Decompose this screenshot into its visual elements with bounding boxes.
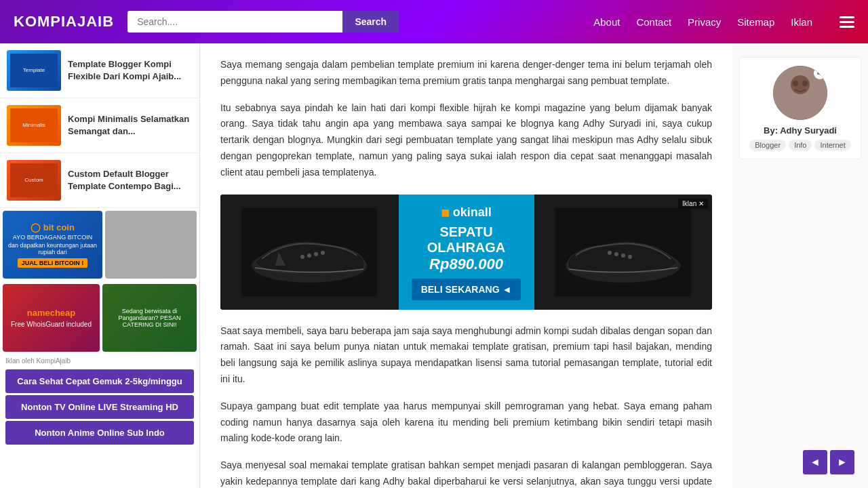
ad-banner-right (534, 195, 713, 310)
sidebar-article-img-2: Minimalis (7, 105, 61, 146)
next-arrow[interactable]: ► (830, 450, 854, 474)
sidebar-article-2[interactable]: Minimalis Kompi Minimalis Selamatkan Sem… (0, 98, 199, 153)
ad-cta-button[interactable]: BELI SEKARANG ◄ (412, 279, 521, 300)
nav-sitemap[interactable]: Sitemap (737, 16, 774, 28)
tag-internet[interactable]: Internet (814, 140, 850, 150)
sidebar-article-3[interactable]: Custom Custom Default Blogger Template C… (0, 153, 199, 208)
bitcoin-logo: ◯ bit coin (31, 222, 75, 232)
sidebar: Template Template Blogger Kompi Flexible… (0, 43, 200, 488)
ad-rumah-text: Sedang berwisata di Pangandaran? PESAN C… (105, 308, 194, 328)
author-by: By: (764, 125, 778, 136)
article-para-4: Supaya gampang buat edit template yaa ha… (220, 399, 712, 447)
okinall-logo: ■ okinall (441, 204, 491, 222)
svg-point-17 (608, 251, 612, 255)
article-para-2: Itu sebabnya saya pindah ke lain hati da… (220, 100, 712, 181)
page-wrapper: Template Template Blogger Kompi Flexible… (0, 43, 868, 488)
svg-point-8 (300, 255, 304, 259)
bitcoin-sub: dan dapatkan keuntungan jutaan rupiah da… (7, 242, 98, 256)
search-button[interactable]: Search (342, 11, 399, 33)
author-avatar: ✏ (773, 66, 827, 120)
namecheap-tagline: Free WhoisGuard included (11, 321, 92, 328)
svg-point-10 (314, 252, 318, 256)
nav-arrows: ◄ ► (803, 450, 854, 474)
search-bar: Search (127, 11, 399, 33)
author-tags: Blogger Info Internet (748, 140, 852, 150)
svg-point-16 (614, 252, 618, 256)
nav-privacy[interactable]: Privacy (688, 16, 721, 28)
shoe-right-svg (555, 208, 691, 296)
ad-gray (105, 211, 197, 279)
svg-point-15 (621, 253, 625, 258)
ad-banner-middle: ■ okinall SEPATU OLAHRAGA Rp890.000 BELI… (399, 195, 534, 310)
sidebar-article-title-1: Template Blogger Kompi Flexible Dari Kom… (68, 58, 193, 83)
nav-contact[interactable]: Contact (636, 16, 671, 28)
nav-about[interactable]: About (593, 16, 620, 28)
article-para-1: Saya memang sengaja dalam pembelian temp… (220, 57, 712, 89)
ad-title: SEPATU OLAHRAGA (406, 224, 528, 256)
header: KOMPIAJAIB Search About Contact Privacy … (0, 0, 868, 43)
svg-point-9 (307, 253, 311, 258)
bitcoin-tagline: AYO BERDAGANG BITCOIN (13, 234, 92, 241)
ad-bitcoin[interactable]: ◯ bit coin AYO BERDAGANG BITCOIN dan dap… (3, 211, 102, 279)
svg-point-20 (793, 81, 798, 86)
tag-blogger[interactable]: Blogger (749, 140, 786, 150)
svg-text:Minimalis: Minimalis (22, 122, 45, 128)
hamburger-menu[interactable] (840, 16, 854, 28)
prev-arrow[interactable]: ◄ (803, 450, 827, 474)
shoe-left-svg (241, 208, 377, 296)
sidebar-article-1[interactable]: Template Template Blogger Kompi Flexible… (0, 43, 199, 98)
ad-rumah[interactable]: Sedang berwisata di Pangandaran? PESAN C… (102, 284, 197, 352)
svg-rect-22 (780, 101, 821, 120)
svg-point-21 (802, 81, 808, 86)
author-name: By: Adhy Suryadi (748, 125, 852, 136)
author-card: ✏ By: Adhy Suryadi Blogger Info Internet (739, 57, 861, 159)
article-para-3: Saat saya membeli, saya baru beberapa ja… (220, 323, 712, 388)
main-content: Saya memang sengaja dalam pembelian temp… (200, 43, 732, 488)
author-full-name: Adhy Suryadi (780, 125, 837, 136)
tag-info[interactable]: Info (789, 140, 812, 150)
bitcoin-cta[interactable]: JUAL BELI BITCOIN ! (18, 258, 87, 268)
ad-banner: ■ okinall SEPATU OLAHRAGA Rp890.000 BELI… (220, 195, 712, 310)
promo-btn-3[interactable]: Nonton Anime Online Sub Indo (5, 421, 194, 445)
nav-links: About Contact Privacy Sitemap Iklan (593, 16, 854, 28)
promo-label: Iklan oleh KompiAjaib (0, 354, 199, 367)
sidebar-article-img-1: Template (7, 50, 61, 91)
logo[interactable]: KOMPIAJAIB (14, 13, 114, 30)
edit-avatar-icon[interactable]: ✏ (814, 67, 826, 79)
sidebar-article-title-3: Custom Default Blogger Template Contempo… (68, 168, 193, 192)
nav-iklan[interactable]: Iklan (791, 16, 812, 28)
namecheap-logo: namecheap (27, 308, 76, 318)
promo-btn-1[interactable]: Cara Sehat Cepat Gemuk 2-5kg/minggu (5, 369, 194, 393)
sidebar-article-title-2: Kompi Minimalis Selamatkan Semangat dan.… (68, 113, 193, 138)
sidebar-article-img-3: Custom (7, 160, 61, 201)
svg-text:Template: Template (23, 67, 45, 73)
svg-text:Custom: Custom (24, 177, 43, 183)
ad-price: Rp890.000 (429, 256, 503, 273)
sidebar-ads-row2: namecheap Free WhoisGuard included Sedan… (0, 281, 199, 354)
svg-point-14 (628, 255, 632, 259)
ad-namecheap[interactable]: namecheap Free WhoisGuard included (3, 284, 100, 352)
promo-btn-2[interactable]: Nonton TV Online LIVE Streaming HD (5, 395, 194, 419)
ad-banner-left (220, 195, 399, 310)
article-para-5: Saya menyesal soal memakai template grat… (220, 458, 712, 488)
search-input[interactable] (127, 11, 342, 33)
right-sidebar: ✏ By: Adhy Suryadi Blogger Info Internet (732, 43, 868, 488)
sidebar-ads-row1: ◯ bit coin AYO BERDAGANG BITCOIN dan dap… (0, 208, 199, 281)
ad-close-button[interactable]: Iklan ✕ (678, 199, 708, 209)
svg-point-11 (321, 251, 325, 255)
